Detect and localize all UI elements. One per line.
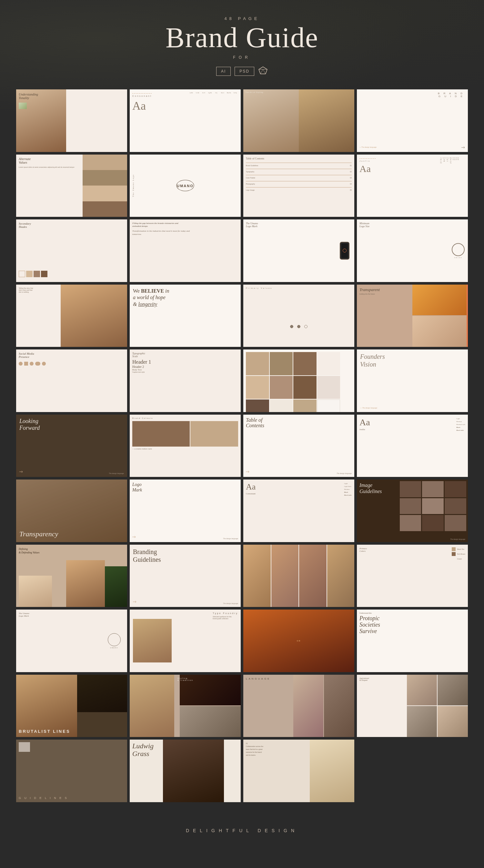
slide-title-content: UnderstandingTonality bbox=[19, 93, 38, 109]
understanding-label: UnderstandingTonality bbox=[19, 93, 38, 100]
badge-ai: AI bbox=[216, 67, 231, 76]
umano-logo-center: UMANO bbox=[177, 180, 194, 191]
ludwig-text-content: LudwigGrass bbox=[132, 742, 154, 757]
ig-label: The design language bbox=[450, 538, 465, 540]
slide-watermark: G U I D E L I N E S bbox=[16, 740, 127, 802]
toc-lines: Brand Guidelines 01 Typography 02 Color … bbox=[246, 163, 352, 191]
founders-bottom: — The design language bbox=[360, 407, 377, 409]
dashed-top bbox=[132, 93, 152, 94]
aa-consonant-display: Aa bbox=[246, 482, 352, 492]
ts-caption: Caption text style bbox=[132, 371, 238, 373]
slide-brand-guide: B R A N D G U I D E — The design languag… bbox=[357, 89, 468, 152]
branding-title: BrandingGuidelines bbox=[133, 548, 238, 563]
slide-understanding-tonality: UnderstandingTonality bbox=[16, 89, 127, 152]
social-icon-1 bbox=[19, 362, 23, 366]
slide-primary-values: Primary Values bbox=[243, 285, 354, 347]
ts-title: TypographicScale bbox=[132, 352, 238, 358]
defining-portrait bbox=[66, 560, 105, 607]
umano-vertical-label: The Umano Logo bbox=[132, 174, 134, 197]
umano-logo-mark-label: The UmanoLogo Mark bbox=[246, 222, 352, 228]
slide-transformation: Filling the gap between the brands visio… bbox=[130, 219, 241, 282]
slide-faces bbox=[243, 545, 354, 607]
bg-label: The design language bbox=[223, 602, 238, 604]
slide-ludwig: LudwigGrass bbox=[130, 740, 241, 802]
image-guidelines-title: ImageGuidelines bbox=[359, 482, 382, 494]
consonant-label: Consonant bbox=[132, 95, 238, 97]
photo-left bbox=[243, 89, 299, 152]
colour-names: — a creative medium name bbox=[132, 448, 238, 450]
tea-cup-image bbox=[310, 740, 354, 802]
orange-accent bbox=[466, 285, 468, 347]
slide-tea-cup: 01 Collaboration across the team that le… bbox=[243, 740, 354, 802]
slide-umano-logo: The Umano Logo UMANO bbox=[130, 155, 241, 217]
styling-portrait bbox=[130, 675, 174, 737]
defining-text: Defining& Defending Values bbox=[19, 547, 39, 554]
understand-label: Understand this bbox=[359, 612, 465, 614]
lf-label: The design language bbox=[109, 472, 124, 474]
guidelines-label: G U I D E L I N E S bbox=[19, 796, 68, 800]
svg-line-2 bbox=[261, 69, 263, 74]
guide-label: G U I D E bbox=[438, 95, 464, 98]
ludwig-portrait bbox=[163, 740, 224, 802]
toc2-label: The design language bbox=[336, 472, 352, 474]
brutalist-text-content: BRUTALIST LINES bbox=[19, 729, 70, 734]
min-logo-circle: UMANO bbox=[452, 243, 465, 258]
header-for: FOR bbox=[233, 55, 251, 60]
believe-text: We BELIEVE in a world of hope & longevit… bbox=[133, 288, 238, 308]
slide-protopic: Understand this ProtopicSocietiesSurvive bbox=[357, 610, 468, 672]
slide-believe: We BELIEVE in a world of hope & longevit… bbox=[130, 285, 241, 347]
arrow-icon bbox=[461, 144, 465, 150]
umano-label-2: The UmanoLogo Mark bbox=[19, 612, 125, 617]
styling-label: Styling& tradition bbox=[178, 677, 193, 681]
jonfin-aa: Aa bbox=[359, 163, 465, 174]
slide-brand-colours: Brand Colours bbox=[243, 349, 354, 412]
slide-aa-consonant: Aa Consonant Light Light Italic Medium B… bbox=[243, 479, 354, 542]
consonant-label-2: Consonant bbox=[246, 492, 352, 495]
umano-text: UMANO bbox=[177, 184, 193, 187]
looking-forward-text: LookingForward bbox=[19, 418, 124, 432]
slide-looking-forward: LookingForward The design language bbox=[16, 415, 127, 477]
logo-mark-title: LogoMark bbox=[132, 482, 238, 493]
svg-line-3 bbox=[263, 69, 266, 74]
photo-label: The Art of Styling bbox=[245, 91, 263, 93]
slide-min-logo: MinimumLogo Size UMANO bbox=[357, 219, 468, 282]
values-dots bbox=[243, 325, 354, 328]
lm-arrow bbox=[132, 534, 136, 539]
photo-right bbox=[299, 89, 354, 152]
brutalist-portrait-1 bbox=[16, 675, 77, 737]
protopic-text: ProtopicSocietiesSurvive bbox=[359, 615, 465, 634]
slide-jonfin: Jonfin Aa Aa Bb Cc Dd Ee Ff Gg Hh Ii Jj … bbox=[357, 155, 468, 217]
social-media-title: Social MediaPresence bbox=[19, 352, 125, 359]
slide-logo-mark-phone: The UmanoLogo Mark bbox=[243, 219, 354, 282]
slide-social-media: Social MediaPresence bbox=[16, 349, 127, 412]
aspirational-grid bbox=[407, 675, 468, 737]
slide-image-guidelines: ImageGuidelines The design language bbox=[357, 479, 468, 542]
shade-swatches bbox=[19, 271, 48, 277]
transparency-label: Transparency bbox=[19, 530, 58, 538]
header-title: Brand Guide bbox=[165, 24, 319, 52]
logo-mark-label: The design language bbox=[223, 537, 238, 539]
transparent-images bbox=[412, 285, 468, 347]
header-section: 48 PAGE Brand Guide FOR AI PSD bbox=[0, 0, 484, 89]
social-icon-3 bbox=[30, 362, 34, 366]
slide-fire: OB bbox=[243, 610, 354, 672]
subtitle-top: 48 PAGE bbox=[224, 16, 260, 21]
slide-toc-1: Table of Contents Brand Guidelines 01 Ty… bbox=[243, 155, 354, 217]
woman-bg bbox=[61, 285, 127, 347]
plant-accent bbox=[19, 103, 27, 109]
social-icon-4 bbox=[35, 362, 40, 366]
slide-transparency: Transparency bbox=[16, 479, 127, 542]
slide-founders-vision: FoundersVision — The design language bbox=[357, 349, 468, 412]
toc2-title: Table ofContents bbox=[246, 417, 352, 429]
slide-type-foundry: Type Foundry Selected typefaces for this… bbox=[130, 610, 241, 672]
ts-header-2: Header 2 bbox=[132, 365, 238, 369]
primary-color-list: Warm Tan Rich Brown Cream bbox=[452, 547, 465, 561]
brutalist-dark bbox=[77, 675, 127, 712]
slide-branding-guidelines: BrandingGuidelines The design language bbox=[130, 545, 241, 607]
brand-label: B R A N D bbox=[438, 92, 464, 95]
slide-styling: Styling& tradition bbox=[130, 675, 241, 737]
founders-title: FoundersVision bbox=[360, 353, 465, 368]
social-icon-5 bbox=[42, 362, 46, 366]
brand-guide-vertical-content: B R A N D G U I D E bbox=[359, 92, 465, 98]
transformation-quote: Transformation in the industries that ne… bbox=[132, 230, 190, 236]
